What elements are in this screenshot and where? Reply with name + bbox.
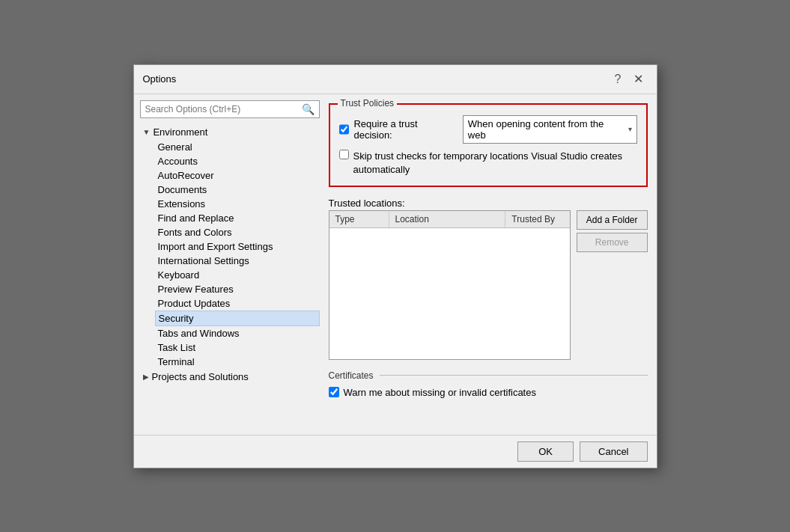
tree-item-task-list[interactable]: Task List bbox=[155, 340, 320, 355]
projects-label: Projects and Solutions bbox=[152, 371, 249, 382]
require-trust-label: Require a trust decision: bbox=[353, 118, 458, 141]
dialog-body: 🔍 ▼ Environment General Accounts AutoRec… bbox=[134, 94, 657, 435]
environment-children: General Accounts AutoRecover Documents E… bbox=[140, 140, 320, 369]
collapse-icon: ▶ bbox=[143, 373, 149, 381]
remove-button[interactable]: Remove bbox=[577, 233, 648, 252]
tree-item-general[interactable]: General bbox=[155, 140, 320, 154]
tree-item-accounts[interactable]: Accounts bbox=[155, 154, 320, 168]
trust-policies-legend: Trust Policies bbox=[338, 98, 398, 108]
add-folder-button[interactable]: Add a Folder bbox=[577, 210, 648, 230]
tree-item-security[interactable]: Security bbox=[155, 311, 320, 326]
trust-policies-section: Trust Policies Require a trust decision:… bbox=[329, 103, 648, 187]
search-icon: 🔍 bbox=[302, 103, 315, 115]
tree-item-documents[interactable]: Documents bbox=[155, 183, 320, 197]
tree-item-environment[interactable]: ▼ Environment bbox=[140, 124, 320, 140]
title-controls: ? ✕ bbox=[610, 71, 648, 88]
left-panel: 🔍 ▼ Environment General Accounts AutoRec… bbox=[140, 100, 320, 429]
title-bar: Options ? ✕ bbox=[134, 65, 657, 94]
tree: ▼ Environment General Accounts AutoRecov… bbox=[140, 124, 320, 429]
warn-certs-label: Warn me about missing or invalid certifi… bbox=[344, 387, 536, 398]
search-box[interactable]: 🔍 bbox=[140, 100, 320, 118]
dialog-footer: OK Cancel bbox=[134, 435, 657, 468]
cancel-button[interactable]: Cancel bbox=[580, 441, 647, 462]
close-button[interactable]: ✕ bbox=[629, 72, 648, 87]
certificates-section: Certificates Warn me about missing or in… bbox=[329, 370, 648, 398]
certs-legend: Certificates bbox=[329, 370, 374, 381]
tree-item-fonts-colors[interactable]: Fonts and Colors bbox=[155, 225, 320, 239]
help-button[interactable]: ? bbox=[610, 71, 626, 88]
warn-certs-checkbox[interactable] bbox=[329, 387, 339, 397]
require-trust-row: Require a trust decision: When opening c… bbox=[339, 115, 637, 144]
trust-policies-content: Require a trust decision: When opening c… bbox=[339, 115, 637, 177]
trusted-locations-area: Trusted locations: Type Location Trusted… bbox=[329, 195, 648, 360]
skip-trust-row: Skip trust checks for temporary location… bbox=[339, 150, 637, 177]
col-type: Type bbox=[329, 211, 389, 227]
warn-certs-row: Warn me about missing or invalid certifi… bbox=[329, 387, 648, 398]
tree-item-product-updates[interactable]: Product Updates bbox=[155, 296, 320, 311]
table-body bbox=[329, 228, 570, 355]
col-trusted-by: Trusted By bbox=[505, 211, 569, 227]
require-trust-checkbox[interactable] bbox=[339, 124, 350, 135]
trusted-table: Type Location Trusted By bbox=[329, 210, 571, 360]
tree-item-import-export[interactable]: Import and Export Settings bbox=[155, 239, 320, 254]
trust-dropdown[interactable]: When opening content from the web ▾ bbox=[463, 115, 637, 144]
skip-trust-checkbox[interactable] bbox=[339, 150, 349, 159]
tree-item-keyboard[interactable]: Keyboard bbox=[155, 268, 320, 282]
trusted-locations-label: Trusted locations: bbox=[329, 198, 648, 209]
tree-item-projects[interactable]: ▶ Projects and Solutions bbox=[140, 369, 320, 385]
tree-item-extensions[interactable]: Extensions bbox=[155, 197, 320, 211]
certs-divider bbox=[380, 375, 648, 376]
trusted-table-area: Type Location Trusted By Add a Folder Re… bbox=[329, 210, 648, 360]
skip-trust-label: Skip trust checks for temporary location… bbox=[353, 150, 637, 177]
tree-item-international[interactable]: International Settings bbox=[155, 254, 320, 268]
tree-item-tabs-windows[interactable]: Tabs and Windows bbox=[155, 326, 320, 340]
table-header: Type Location Trusted By bbox=[329, 211, 570, 228]
dropdown-arrow-icon: ▾ bbox=[628, 125, 632, 133]
dialog-title: Options bbox=[143, 73, 177, 85]
certs-label: Certificates bbox=[329, 370, 648, 381]
expand-icon: ▼ bbox=[143, 128, 151, 136]
tree-item-autorecover[interactable]: AutoRecover bbox=[155, 168, 320, 183]
col-location: Location bbox=[389, 211, 506, 227]
tree-item-find-replace[interactable]: Find and Replace bbox=[155, 211, 320, 225]
right-panel: Trust Policies Require a trust decision:… bbox=[326, 100, 651, 429]
tree-item-terminal[interactable]: Terminal bbox=[155, 355, 320, 369]
environment-label: Environment bbox=[153, 126, 207, 138]
options-dialog: Options ? ✕ 🔍 ▼ Environment General Acco… bbox=[133, 64, 657, 468]
table-buttons: Add a Folder Remove bbox=[577, 210, 648, 360]
trust-dropdown-value: When opening content from the web bbox=[468, 118, 624, 141]
ok-button[interactable]: OK bbox=[517, 441, 574, 462]
search-input[interactable] bbox=[145, 104, 302, 114]
tree-item-preview-features[interactable]: Preview Features bbox=[155, 282, 320, 296]
